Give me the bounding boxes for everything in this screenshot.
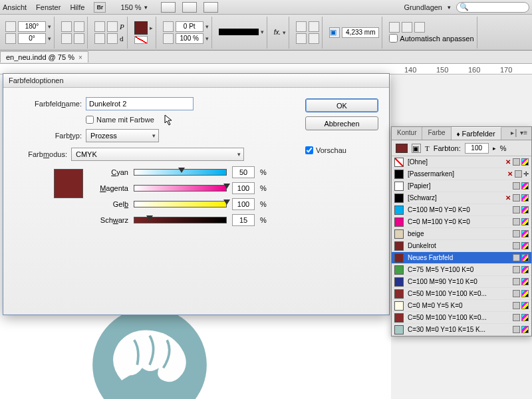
swatch-row[interactable]: C=100 M=0 Y=0 K=0 (392, 204, 531, 216)
prev-obj-icon[interactable] (94, 33, 105, 44)
angle-1-input[interactable] (18, 21, 46, 32)
fit-2-icon[interactable] (402, 22, 412, 33)
color-mode-icon (513, 266, 520, 273)
search-input[interactable]: 🔍 (456, 2, 529, 13)
black-input[interactable] (232, 214, 255, 226)
swatch-row[interactable]: Neues Farbfeld (392, 252, 531, 264)
wrap-3-icon[interactable] (296, 33, 307, 44)
color-mode-icon (513, 314, 520, 321)
color-type-dropdown[interactable]: Prozess (86, 129, 159, 142)
formatting-text-icon[interactable]: T (425, 144, 430, 152)
preview-checkbox[interactable] (305, 146, 313, 154)
swatch-row[interactable]: C=100 M=90 Y=10 K=0 (392, 276, 531, 288)
ok-button[interactable]: OK (305, 98, 378, 112)
screen-mode-2[interactable] (182, 2, 197, 13)
stroke-pct-input[interactable] (176, 33, 203, 44)
color-mode-icon (513, 218, 520, 225)
swatch-list: [Ohne]✕[Passermarken]✕✛[Papier][Schwarz]… (392, 156, 531, 336)
swatch-color-icon (394, 158, 404, 167)
color-mode-icon (513, 206, 520, 213)
document-tab[interactable]: en_neu.indd @ 75 % × (0, 51, 88, 63)
swatch-row[interactable]: Dunkelrot (392, 240, 531, 252)
magenta-slider[interactable] (134, 185, 227, 192)
workspace-switcher[interactable]: Grundlagen (404, 3, 443, 11)
menu-hilfe[interactable]: Hilfe (70, 3, 84, 11)
close-icon[interactable]: × (78, 54, 82, 61)
zoom-level[interactable]: 150 % (120, 3, 141, 11)
fit-3-icon[interactable] (414, 22, 425, 33)
fill-swatch[interactable] (134, 21, 148, 35)
measure-input[interactable] (342, 27, 379, 38)
menu-fenster[interactable]: Fenster (36, 3, 61, 11)
swatch-row[interactable]: [Ohne]✕ (392, 156, 531, 168)
swatch-row[interactable]: beige (392, 228, 531, 240)
select-content-icon[interactable] (107, 21, 118, 32)
cmyk-icon (521, 326, 529, 333)
rotate-icon[interactable] (5, 21, 16, 32)
bridge-button[interactable]: Br (94, 2, 106, 13)
next-obj-icon[interactable] (107, 33, 118, 44)
rotate-cw-icon[interactable] (61, 33, 72, 44)
angle-2-input[interactable] (18, 33, 46, 44)
tint-input[interactable] (465, 143, 489, 154)
color-mode-icon (513, 182, 520, 190)
swatch-name: [Schwarz] (408, 194, 500, 201)
tab-farbe[interactable]: Farbe (422, 127, 451, 140)
swatch-row[interactable]: C=0 M=100 Y=0 K=0 (392, 216, 531, 228)
yellow-slider[interactable] (134, 201, 227, 207)
wrap-4-icon[interactable] (309, 33, 319, 44)
swatch-row[interactable]: [Schwarz]✕ (392, 192, 531, 204)
flip-h-icon[interactable] (61, 21, 72, 32)
swatch-row[interactable]: C=30 M=0 Y=10 K=15 K... (392, 324, 531, 336)
crop-icon[interactable]: ▣ (329, 27, 340, 38)
cyan-input[interactable] (232, 166, 255, 178)
menu-ansicht[interactable]: Ansicht (3, 3, 27, 11)
name-with-value-checkbox[interactable] (86, 116, 94, 124)
cmyk-icon (521, 242, 529, 249)
black-slider[interactable] (134, 217, 227, 223)
cmyk-icon (521, 278, 529, 285)
swatch-row[interactable]: C=75 M=5 Y=100 K=0 (392, 264, 531, 276)
swatch-row[interactable]: C=50 M=100 Y=100 K=0... (392, 288, 531, 300)
stroke-pt-input[interactable] (176, 21, 203, 32)
chevron-down-icon[interactable]: ▾ (448, 4, 451, 11)
color-mode-icon (513, 290, 520, 297)
cancel-button[interactable]: Abbrechen (305, 116, 378, 130)
ruler-tick-140: 140 (404, 66, 416, 74)
tab-farbfelder[interactable]: ♦ Farbfelder (452, 127, 501, 140)
panel-menu-icon[interactable]: ▸│ ▾≡ (507, 127, 531, 140)
wrap-2-icon[interactable] (309, 21, 319, 32)
swatch-color-icon (394, 301, 404, 311)
tab-kontur[interactable]: Kontur (392, 127, 422, 140)
select-container-icon[interactable] (94, 21, 105, 32)
swatch-row[interactable]: [Passermarken]✕✛ (392, 168, 531, 180)
magenta-input[interactable] (232, 182, 255, 194)
stroke-swatch[interactable] (134, 36, 148, 44)
yellow-input[interactable] (232, 198, 255, 210)
preview-label: Vorschau (316, 146, 346, 154)
chevron-down-icon[interactable]: ▾ (144, 4, 148, 11)
color-mode-dropdown[interactable]: CMYK (71, 148, 244, 161)
wrap-1-icon[interactable] (296, 21, 307, 32)
color-mode-icon (513, 278, 520, 285)
swatch-row[interactable]: C=0 M=0 Y=5 K=0 (392, 300, 531, 312)
cyan-slider[interactable] (134, 169, 227, 176)
color-mode-icon (513, 158, 520, 166)
search-icon: 🔍 (460, 3, 469, 11)
flip-v-icon[interactable] (74, 21, 84, 32)
screen-mode-1[interactable] (161, 2, 176, 13)
swatch-row[interactable]: [Papier] (392, 180, 531, 192)
rotate-ccw-icon[interactable] (74, 33, 84, 44)
formatting-container-icon[interactable]: ▣ (412, 144, 421, 153)
non-editable-icon: ✕ (504, 194, 511, 201)
swatch-row[interactable]: C=50 M=100 Y=100 K=0... (392, 312, 531, 324)
fit-1-icon[interactable] (389, 22, 400, 33)
autofit-checkbox[interactable] (389, 34, 398, 43)
screen-mode-3[interactable] (203, 2, 218, 13)
swatch-name: C=100 M=90 Y=10 K=0 (408, 278, 509, 285)
stroke-style[interactable] (219, 29, 259, 35)
shear-icon[interactable] (5, 33, 16, 44)
swatch-color-icon (394, 229, 404, 239)
panel-fill-swatch[interactable] (396, 144, 408, 153)
swatch-name-input[interactable] (86, 97, 194, 110)
